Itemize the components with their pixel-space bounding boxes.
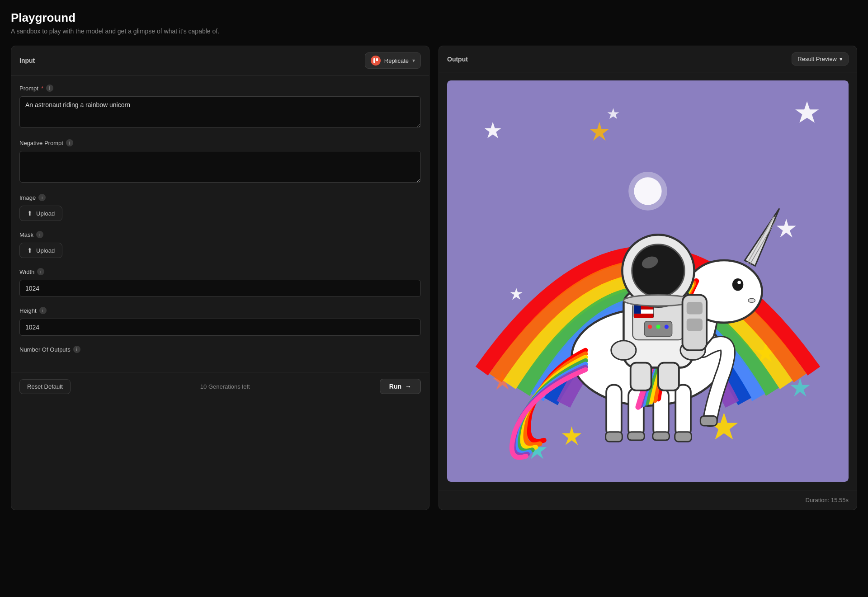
duration-label: Duration: 15.55s [806, 497, 849, 503]
input-label: Input [19, 57, 35, 64]
image-canvas [447, 80, 849, 482]
generations-left-label: 10 Generations left [200, 383, 250, 390]
page-title: Playground [11, 11, 857, 25]
svg-rect-24 [653, 432, 670, 440]
svg-rect-53 [631, 363, 651, 390]
run-arrow-icon: → [405, 383, 411, 390]
replicate-badge[interactable]: Replicate ▾ [365, 52, 421, 69]
run-button[interactable]: Run → [380, 379, 421, 394]
mask-field-group: Mask i ⬆ Upload [19, 231, 421, 258]
image-upload-button[interactable]: ⬆ Upload [19, 206, 62, 221]
input-panel-header: Input Replicate ▾ [11, 46, 429, 75]
page-subtitle: A sandbox to play with the model and get… [11, 28, 857, 35]
input-panel-body: Prompt * i An astronaut riding a rainbow… [11, 75, 429, 372]
svg-point-29 [737, 281, 741, 284]
svg-point-45 [632, 244, 684, 297]
output-body [439, 72, 857, 490]
svg-rect-1 [376, 58, 378, 61]
result-preview-chevron-icon: ▾ [840, 56, 843, 62]
svg-rect-26 [700, 416, 717, 426]
svg-rect-38 [634, 314, 653, 318]
negative-prompt-label: Negative Prompt i [19, 139, 421, 146]
reset-default-button[interactable]: Reset Default [19, 379, 71, 394]
svg-point-41 [648, 324, 652, 329]
height-field-group: Height i [19, 307, 421, 336]
negative-prompt-textarea[interactable] [19, 151, 421, 183]
input-panel: Input Replicate ▾ Prompt * i [11, 46, 429, 510]
svg-rect-0 [373, 58, 375, 63]
svg-point-30 [748, 298, 755, 302]
height-label: Height i [19, 307, 421, 314]
svg-rect-51 [687, 302, 703, 315]
width-info-icon[interactable]: i [37, 268, 44, 275]
svg-point-16 [628, 172, 667, 211]
replicate-label: Replicate [384, 57, 409, 64]
generated-image [447, 80, 849, 482]
input-panel-footer: Reset Default 10 Generations left Run → [11, 372, 429, 400]
upload-icon: ⬆ [27, 210, 33, 217]
negative-prompt-field-group: Negative Prompt i [19, 139, 421, 184]
output-footer: Duration: 15.55s [439, 490, 857, 510]
replicate-icon [371, 56, 381, 66]
mask-upload-icon: ⬆ [27, 247, 33, 254]
num-outputs-field-group: Number Of Outputs i [19, 346, 421, 353]
width-input[interactable] [19, 280, 421, 297]
mask-label: Mask i [19, 231, 421, 238]
result-preview-button[interactable]: Result Preview ▾ [792, 52, 849, 66]
mask-info-icon[interactable]: i [36, 231, 43, 238]
svg-rect-39 [634, 306, 641, 314]
required-star: * [41, 85, 43, 92]
svg-point-42 [656, 324, 660, 329]
width-label: Width i [19, 268, 421, 275]
svg-rect-25 [675, 432, 692, 442]
chevron-down-icon: ▾ [412, 57, 415, 64]
negative-prompt-info-icon[interactable]: i [66, 139, 73, 146]
prompt-info-icon[interactable]: i [46, 85, 53, 92]
output-panel: Output Result Preview ▾ [439, 46, 857, 510]
svg-rect-18 [606, 385, 622, 437]
svg-point-28 [732, 278, 743, 291]
image-label: Image i [19, 194, 421, 201]
prompt-label: Prompt * i [19, 85, 421, 92]
mask-upload-button[interactable]: ⬆ Upload [19, 243, 62, 258]
svg-rect-22 [606, 432, 623, 442]
svg-point-48 [611, 341, 636, 360]
image-info-icon[interactable]: i [38, 194, 46, 201]
svg-rect-21 [675, 385, 691, 437]
num-outputs-label: Number Of Outputs i [19, 346, 421, 353]
prompt-textarea[interactable]: An astronaut riding a rainbow unicorn [19, 96, 421, 128]
svg-point-43 [665, 324, 669, 329]
main-layout: Input Replicate ▾ Prompt * i [11, 46, 857, 510]
prompt-field-group: Prompt * i An astronaut riding a rainbow… [19, 85, 421, 129]
svg-rect-52 [687, 319, 703, 331]
output-label: Output [447, 56, 468, 63]
num-outputs-info-icon[interactable]: i [73, 346, 80, 353]
output-panel-header: Output Result Preview ▾ [439, 46, 857, 72]
image-field-group: Image i ⬆ Upload [19, 194, 421, 221]
svg-rect-23 [628, 432, 645, 440]
width-field-group: Width i [19, 268, 421, 297]
svg-rect-54 [658, 363, 679, 390]
height-input[interactable] [19, 319, 421, 336]
height-info-icon[interactable]: i [39, 307, 47, 314]
